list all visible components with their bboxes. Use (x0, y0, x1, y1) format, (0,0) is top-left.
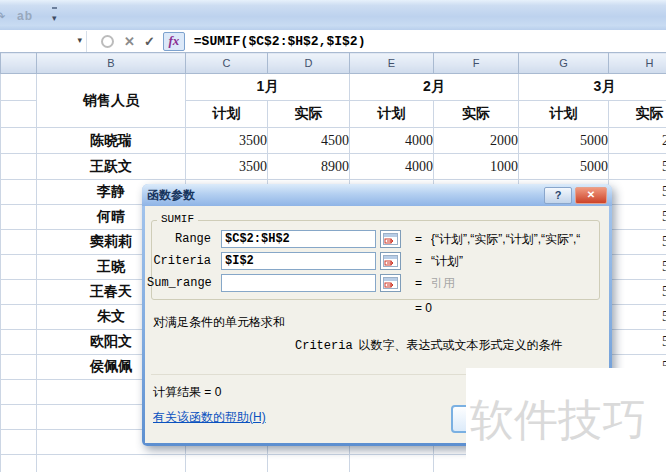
sales-person-header-cell[interactable]: 销售人员 (37, 74, 186, 128)
actual-header-cell[interactable]: 实际 (609, 101, 666, 128)
equals-sign: = (415, 254, 422, 268)
dialog-titlebar[interactable]: 函数参数 ? ✕ (142, 184, 612, 206)
function-name-label: SUMIF (157, 213, 198, 225)
cell[interactable] (1, 330, 37, 355)
function-description: 对满足条件的单元格求和 (153, 314, 285, 331)
watermark-text: 软件技巧 (466, 391, 646, 450)
month-3-header-cell[interactable]: 3月 (519, 74, 666, 101)
range-input[interactable]: $C$2:$H$2 (221, 230, 376, 248)
cell[interactable] (186, 455, 268, 472)
value-cell[interactable]: 5000 (609, 205, 666, 230)
ab-icon[interactable]: ab (17, 9, 33, 23)
value-cell[interactable]: 5000 (609, 255, 666, 280)
value-cell[interactable]: 4000 (350, 154, 434, 180)
close-icon[interactable]: ✕ (575, 187, 607, 204)
value-cell[interactable]: 4000 (350, 128, 434, 154)
enter-button[interactable]: ✓ (144, 34, 155, 49)
cell[interactable] (1, 405, 37, 430)
cell[interactable] (268, 455, 350, 472)
criteria-desc-text: 以数字、表达式或文本形式定义的条件 (359, 338, 563, 352)
cell[interactable] (1, 128, 37, 154)
cell[interactable] (1, 305, 37, 330)
cell[interactable] (1, 355, 37, 380)
equals-sign: = (415, 232, 422, 246)
column-header-e[interactable]: E (350, 53, 434, 74)
value-cell[interactable]: 5000 (609, 180, 666, 205)
person-name-cell[interactable]: 陈晓瑞 (37, 128, 186, 154)
value-cell[interactable]: 5000 (609, 230, 666, 255)
sum-range-field-row: Sum_range = 引用 (145, 274, 609, 292)
month-2-header-cell[interactable]: 2月 (350, 74, 519, 101)
plan-header-cell[interactable]: 计划 (519, 101, 609, 128)
column-header-a[interactable] (1, 53, 37, 74)
formula-input[interactable]: =SUMIF($C$2:$H$2,$I$2) (194, 34, 366, 49)
formula-bar: ▾ ✕ ✓ fx =SUMIF($C$2:$H$2,$I$2) (0, 30, 666, 53)
cell[interactable] (1, 205, 37, 230)
value-cell[interactable]: 5000 (609, 305, 666, 330)
cell[interactable] (1, 230, 37, 255)
dialog-title: 函数参数 (147, 187, 195, 204)
name-box[interactable]: ▾ (0, 31, 87, 52)
actual-header-cell[interactable]: 实际 (268, 101, 350, 128)
cell-a2[interactable] (1, 101, 37, 128)
column-header-h[interactable]: H (609, 53, 666, 74)
column-header-b[interactable]: B (37, 53, 186, 74)
function-help-link[interactable]: 有关该函数的帮助(H) (153, 409, 266, 426)
plan-header-cell[interactable]: 计划 (350, 101, 434, 128)
criteria-term: Criteria (295, 339, 353, 353)
table-row: 王跃文 3500 8900 4000 1000 5000 5000 (1, 154, 666, 180)
value-cell[interactable]: 2000 (609, 128, 666, 154)
value-cell[interactable]: 2000 (434, 128, 519, 154)
value-cell[interactable]: 5000 (519, 154, 609, 180)
range-label: Range (147, 232, 211, 246)
cell[interactable] (1, 180, 37, 205)
sum-range-result: 引用 (431, 275, 597, 292)
plan-header-cell[interactable]: 计划 (186, 101, 268, 128)
customize-toolbar-dropdown-icon[interactable]: ▾ (52, 7, 57, 25)
quick-access-toolbar: ↷ ab ▾ (0, 0, 666, 31)
column-header-c[interactable]: C (186, 53, 268, 74)
column-header-f[interactable]: F (434, 53, 519, 74)
cell[interactable] (1, 154, 37, 180)
value-cell[interactable]: 8900 (268, 154, 350, 180)
sum-range-label: Sum_range (147, 276, 211, 290)
cell[interactable] (350, 455, 434, 472)
table-row: 陈晓瑞 3500 4500 4000 2000 5000 2000 (1, 128, 666, 154)
cell[interactable] (1, 255, 37, 280)
person-name-cell[interactable]: 王跃文 (37, 154, 186, 180)
cell-a1[interactable] (1, 74, 37, 101)
value-cell[interactable]: 5000 (519, 128, 609, 154)
criteria-description: Criteria以数字、表达式或文本形式定义的条件 (295, 337, 563, 354)
cell[interactable] (1, 380, 37, 405)
actual-header-cell[interactable]: 实际 (434, 101, 519, 128)
cell[interactable] (1, 430, 37, 455)
calculation-result: 计算结果 = 0 (153, 384, 221, 401)
excel-window: ↷ ab ▾ ▾ ✕ ✓ fx =SUMIF($C$2:$H$2,$I$2) B… (0, 0, 666, 472)
criteria-label: Criteria (147, 254, 211, 268)
cancel-button[interactable]: ✕ (124, 34, 135, 49)
cell[interactable] (37, 455, 186, 472)
value-cell[interactable]: 1000 (434, 154, 519, 180)
value-cell[interactable]: 5000 (609, 330, 666, 355)
month-1-header-cell[interactable]: 1月 (186, 74, 350, 101)
value-cell[interactable]: 3500 (186, 154, 268, 180)
value-cell[interactable]: 3500 (186, 128, 268, 154)
help-button[interactable]: ? (544, 187, 572, 204)
column-header-g[interactable]: G (519, 53, 609, 74)
range-selector-icon[interactable] (380, 252, 401, 270)
range-selector-icon[interactable] (380, 274, 401, 292)
range-selector-icon[interactable] (380, 230, 401, 248)
cell[interactable] (1, 455, 37, 472)
sum-range-input[interactable] (221, 274, 376, 292)
cell[interactable] (1, 280, 37, 305)
column-header-d[interactable]: D (268, 53, 350, 74)
criteria-result: “计划” (431, 253, 597, 270)
value-cell[interactable]: 4500 (268, 128, 350, 154)
name-box-dropdown-icon[interactable]: ▾ (77, 35, 82, 45)
value-cell[interactable]: 5000 (609, 154, 666, 180)
watermark-overlay: 软件技巧 (466, 368, 666, 472)
redo-icon[interactable]: ↷ (0, 9, 12, 23)
value-cell[interactable]: 5000 (609, 280, 666, 305)
criteria-input[interactable]: $I$2 (221, 252, 376, 270)
insert-function-button[interactable]: fx (163, 32, 185, 51)
